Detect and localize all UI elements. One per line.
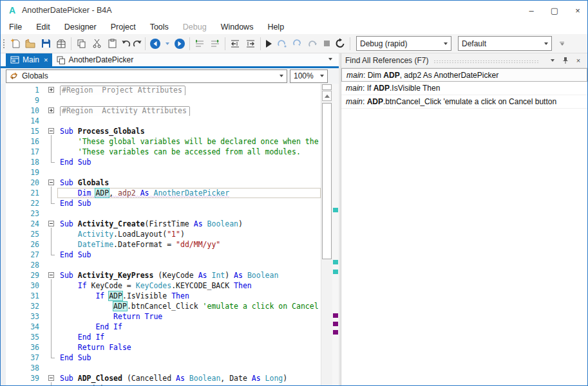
code-text[interactable]: End Sub [57, 157, 321, 167]
line-number[interactable]: 30 [6, 280, 44, 291]
scroll-up-button[interactable] [322, 91, 332, 101]
menu-edit[interactable]: Edit [29, 23, 57, 32]
code-line-31[interactable]: 31 If ADP.IsVisible Then [6, 291, 321, 301]
panel-close-icon[interactable]: × [573, 57, 583, 64]
outdent-icon[interactable] [227, 36, 243, 51]
line-number[interactable]: 9 [6, 95, 44, 106]
editor-scrollbar[interactable] [321, 84, 332, 385]
toolbar-grip[interactable] [2, 38, 5, 50]
scope-select[interactable]: Globals [6, 69, 287, 83]
minimize-button[interactable]: – [526, 6, 537, 15]
code-text[interactable]: Log(1) [57, 383, 321, 385]
line-number[interactable]: 15 [6, 126, 44, 136]
paste-icon[interactable] [104, 36, 120, 51]
code-line-18[interactable]: 18End Sub [6, 157, 321, 167]
step-into-icon[interactable] [290, 36, 305, 51]
code-text[interactable]: If ADP.IsVisible Then [57, 291, 321, 301]
tab-close-icon[interactable]: × [44, 56, 48, 64]
code-text[interactable]: Sub Activity_KeyPress (KeyCode As Int) A… [57, 270, 321, 280]
code-line-36[interactable]: 36 Return False [6, 342, 321, 353]
code-text[interactable] [57, 116, 321, 126]
comment-icon[interactable] [192, 36, 207, 51]
code-text[interactable] [57, 167, 321, 178]
code-line-27[interactable]: 27End Sub [6, 250, 321, 260]
menu-designer[interactable]: Designer [57, 23, 104, 32]
code-text[interactable]: Sub ADP_Closed (Cancelled As Boolean, Da… [57, 373, 321, 383]
tab-anotherdatepicker[interactable]: AnotherDatePicker [52, 53, 138, 66]
navigate-back-icon[interactable] [147, 36, 163, 51]
line-number[interactable]: 33 [6, 311, 44, 322]
code-line-1[interactable]: 1#Region Project Attributes [6, 85, 321, 95]
code-text[interactable]: Sub Globals [57, 178, 321, 188]
code-line-16[interactable]: 16 'These global variables will be decla… [6, 136, 321, 147]
line-number[interactable]: 22 [6, 198, 44, 208]
line-number[interactable]: 40 [6, 383, 44, 385]
scrollbar-splitter-handle[interactable] [322, 84, 332, 90]
fold-expand-icon[interactable] [48, 107, 54, 113]
line-number[interactable]: 24 [6, 219, 44, 229]
navigate-back-dropdown-icon[interactable] [166, 42, 169, 45]
open-icon[interactable] [23, 36, 38, 51]
step-out-icon[interactable] [305, 36, 321, 51]
code-line-40[interactable]: 40 Log(1) [6, 383, 321, 385]
code-line-33[interactable]: 33 Return True [6, 311, 321, 322]
code-text[interactable]: End If [57, 322, 321, 332]
fold-collapse-icon[interactable] [48, 221, 54, 226]
code-line-22[interactable]: 22End Sub [6, 198, 321, 208]
line-number[interactable]: 36 [6, 342, 44, 353]
line-number[interactable]: 1 [6, 85, 44, 95]
code-text[interactable]: Sub Process_Globals [57, 126, 321, 136]
code-line-39[interactable]: 39Sub ADP_Closed (Cancelled As Boolean, … [6, 373, 321, 383]
code-line-38[interactable]: 38 [6, 363, 321, 373]
code-line-29[interactable]: 29Sub Activity_KeyPress (KeyCode As Int)… [6, 270, 321, 280]
line-number[interactable]: 18 [6, 157, 44, 167]
stop-icon[interactable] [321, 36, 332, 51]
undo-icon[interactable] [120, 36, 131, 51]
code-line-14[interactable]: 14 [6, 116, 321, 126]
code-line-30[interactable]: 30 If KeyCode = KeyCodes.KEYCODE_BACK Th… [6, 280, 321, 291]
line-number[interactable]: 19 [6, 167, 44, 178]
code-line-19[interactable]: 19 [6, 167, 321, 178]
code-text[interactable] [57, 208, 321, 219]
code-editor[interactable]: 1#Region Project Attributes910#Region Ac… [6, 84, 339, 385]
code-text[interactable]: Dim ADP, adp2 As AnotherDatePicker [57, 188, 321, 198]
code-text[interactable]: Sub Activity_Create(FirstTime As Boolean… [57, 219, 321, 229]
line-number[interactable]: 10 [6, 106, 44, 116]
reference-row[interactable]: main: Dim ADP, adp2 As AnotherDatePicker [341, 68, 587, 82]
line-number[interactable]: 27 [6, 250, 44, 260]
code-text[interactable]: End Sub [57, 198, 321, 208]
code-text[interactable]: Activity.LoadLayout("1") [57, 229, 321, 239]
code-line-26[interactable]: 26 DateTime.DateFormat = "dd/MM/yy" [6, 239, 321, 250]
code-line-28[interactable]: 28 [6, 260, 321, 270]
code-text[interactable]: DateTime.DateFormat = "dd/MM/yy" [57, 239, 321, 250]
new-file-icon[interactable] [7, 36, 23, 51]
code-line-23[interactable]: 23 [6, 208, 321, 219]
fold-collapse-icon[interactable] [48, 179, 54, 185]
code-text[interactable]: End If [57, 332, 321, 342]
pin-icon[interactable] [560, 57, 571, 64]
line-number[interactable]: 32 [6, 301, 44, 311]
code-text[interactable]: #Region Project Attributes [57, 85, 321, 95]
cut-icon[interactable] [89, 36, 104, 51]
save-icon[interactable] [38, 36, 53, 51]
code-line-35[interactable]: 35 End If [6, 332, 321, 342]
zoom-select[interactable]: 100% [290, 69, 328, 83]
maximize-button[interactable]: ▢ [549, 6, 560, 15]
line-number[interactable]: 29 [6, 270, 44, 280]
line-number[interactable]: 39 [6, 373, 44, 383]
menu-project[interactable]: Project [104, 23, 143, 32]
indent-icon[interactable] [243, 36, 258, 51]
run-icon[interactable] [263, 36, 274, 51]
line-number[interactable]: 34 [6, 322, 44, 332]
line-number[interactable]: 20 [6, 178, 44, 188]
step-over-icon[interactable] [274, 36, 290, 51]
navigate-forward-icon[interactable] [172, 36, 187, 51]
code-line-20[interactable]: 20Sub Globals [6, 178, 321, 188]
code-text[interactable]: If KeyCode = KeyCodes.KEYCODE_BACK Then [57, 280, 321, 291]
code-line-37[interactable]: 37End Sub [6, 353, 321, 363]
code-line-25[interactable]: 25 Activity.LoadLayout("1") [6, 229, 321, 239]
code-line-17[interactable]: 17 'These variables can be accessed from… [6, 147, 321, 157]
line-number[interactable]: 14 [6, 116, 44, 126]
menu-file[interactable]: File [2, 23, 29, 32]
menu-windows[interactable]: Windows [214, 23, 261, 32]
